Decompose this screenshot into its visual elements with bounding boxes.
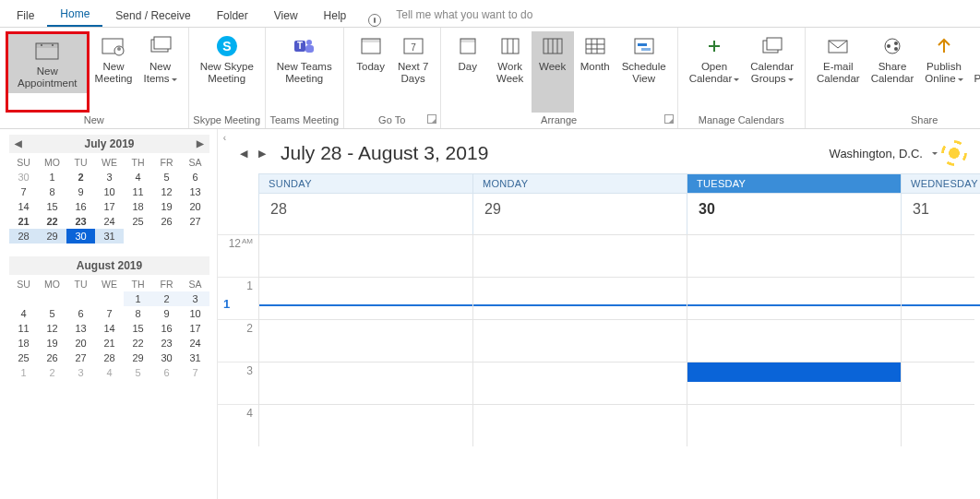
mini-day[interactable]: 24 — [181, 336, 209, 350]
email-calendar-button[interactable]: E-mail Calendar — [811, 31, 866, 113]
time-slot[interactable] — [687, 404, 901, 446]
time-slot[interactable] — [901, 319, 974, 362]
mini-day[interactable]: 30 — [152, 350, 181, 365]
mini-day[interactable]: 2 — [38, 365, 66, 380]
mini-day[interactable]: 7 — [9, 184, 38, 199]
mini-day[interactable]: 13 — [66, 321, 95, 336]
mini-day[interactable]: 23 — [152, 336, 181, 350]
mini-day[interactable]: 26 — [38, 350, 66, 365]
tab-view[interactable]: View — [261, 4, 311, 27]
calendar-permissions-button[interactable]: Calendar Permissions — [969, 31, 980, 113]
mini-day[interactable]: 6 — [66, 306, 95, 321]
workweek-button[interactable]: Work Week — [489, 31, 532, 113]
mini-day[interactable]: 16 — [66, 199, 95, 214]
mini-day[interactable]: 2 — [66, 170, 95, 184]
mini-day[interactable]: 4 — [9, 306, 38, 321]
time-grid[interactable]: 1 12AM1234 — [218, 234, 980, 499]
mini-day[interactable]: 14 — [9, 199, 38, 214]
mini-day[interactable]: 12 — [38, 321, 66, 336]
mini-day[interactable]: 31 — [95, 229, 124, 244]
mini-day[interactable]: 22 — [124, 336, 152, 350]
dialog-launcher-icon[interactable] — [427, 114, 436, 124]
mini-day[interactable]: 8 — [124, 306, 152, 321]
mini-day[interactable]: 3 — [181, 291, 209, 306]
mini-day[interactable]: 15 — [124, 321, 152, 336]
mini-day[interactable]: 29 — [124, 350, 152, 365]
dialog-launcher-icon[interactable] — [664, 114, 674, 124]
mini-day[interactable]: 21 — [95, 336, 124, 350]
mini-day[interactable]: 19 — [38, 336, 66, 350]
mini-day[interactable]: 15 — [38, 199, 66, 214]
prev-month-icon[interactable]: ◀ — [11, 137, 26, 150]
mini-day[interactable]: 5 — [38, 306, 66, 321]
mini-day[interactable]: 18 — [9, 336, 38, 350]
mini-day[interactable]: 13 — [181, 184, 209, 199]
mini-day[interactable]: 31 — [181, 350, 209, 365]
new-skype-meeting-button[interactable]: S New Skype Meeting — [195, 31, 259, 113]
tab-help[interactable]: Help — [311, 4, 360, 27]
dayhdr-sun[interactable]: SUNDAY — [258, 173, 472, 194]
day-button[interactable]: Day — [447, 31, 489, 113]
mini-day[interactable]: 27 — [66, 350, 95, 365]
week-button[interactable]: Week — [532, 31, 574, 113]
mini-day[interactable]: 4 — [95, 365, 124, 380]
publish-online-button[interactable]: Publish Online — [919, 31, 968, 113]
mini-day[interactable]: 17 — [181, 321, 209, 336]
mini-day[interactable]: 6 — [181, 170, 209, 184]
new-items-button[interactable]: New Items — [138, 31, 183, 113]
mini-day[interactable]: 28 — [95, 350, 124, 365]
mini-day[interactable]: 3 — [66, 365, 95, 380]
mini-day[interactable]: 11 — [9, 321, 38, 336]
time-slot[interactable] — [901, 277, 974, 319]
mini-day[interactable]: 25 — [9, 350, 38, 365]
today-button[interactable]: Today — [350, 31, 392, 113]
time-slot[interactable] — [472, 362, 687, 404]
mini-day[interactable]: 9 — [66, 184, 95, 199]
tab-home[interactable]: Home — [47, 2, 102, 27]
mini-day[interactable]: 24 — [95, 214, 124, 229]
datenum-29[interactable]: 29 — [472, 194, 687, 234]
dayhdr-wed[interactable]: WEDNESDAY — [901, 173, 980, 194]
time-slot[interactable] — [472, 404, 687, 446]
mini-day[interactable]: 27 — [181, 214, 209, 229]
mini-day[interactable]: 29 — [38, 229, 66, 244]
share-calendar-button[interactable]: Share Calendar — [866, 31, 920, 113]
time-slot[interactable] — [258, 234, 472, 277]
mini-day[interactable]: 16 — [152, 321, 181, 336]
mini-grid-july[interactable]: SUMOTUWETHFRSA30123456789101112131415161… — [9, 155, 209, 244]
mini-day[interactable]: 28 — [9, 229, 38, 244]
mini-day[interactable]: 18 — [124, 199, 152, 214]
mini-day[interactable]: 1 — [124, 291, 152, 306]
time-slot[interactable] — [258, 404, 472, 446]
new-appointment-button[interactable]: New Appointment — [8, 34, 87, 93]
mini-day[interactable]: 23 — [66, 214, 95, 229]
time-slot[interactable] — [258, 319, 472, 362]
mini-day[interactable]: 30 — [9, 170, 38, 184]
mini-day[interactable]: 9 — [152, 306, 181, 321]
time-slot[interactable] — [687, 234, 901, 277]
month-button[interactable]: Month — [574, 31, 616, 113]
time-slot[interactable] — [472, 234, 687, 277]
datenum-31[interactable]: 31 — [901, 194, 974, 234]
mini-day[interactable]: 5 — [152, 170, 181, 184]
time-slot[interactable] — [901, 234, 974, 277]
dayhdr-tue[interactable]: TUESDAY — [687, 173, 901, 194]
next-week-icon[interactable]: ▶ — [253, 144, 271, 163]
next7-button[interactable]: 7 Next 7 Days — [392, 31, 435, 113]
mini-day[interactable]: 8 — [38, 184, 66, 199]
mini-day[interactable]: 22 — [38, 214, 66, 229]
tab-folder[interactable]: Folder — [204, 4, 261, 27]
datenum-28[interactable]: 28 — [258, 194, 472, 234]
datenum-30[interactable]: 30 — [687, 194, 901, 234]
weather-location[interactable]: Washington, D.C. — [830, 144, 963, 162]
time-slot[interactable] — [258, 362, 472, 404]
mini-day[interactable]: 10 — [181, 306, 209, 321]
time-slot[interactable] — [901, 404, 974, 446]
tab-send-receive[interactable]: Send / Receive — [102, 4, 203, 27]
schedule-view-button[interactable]: Schedule View — [616, 31, 672, 113]
time-slot[interactable] — [687, 319, 901, 362]
mini-day[interactable]: 3 — [95, 170, 124, 184]
mini-day[interactable]: 1 — [38, 170, 66, 184]
mini-day[interactable]: 25 — [124, 214, 152, 229]
mini-day[interactable]: 20 — [66, 336, 95, 350]
